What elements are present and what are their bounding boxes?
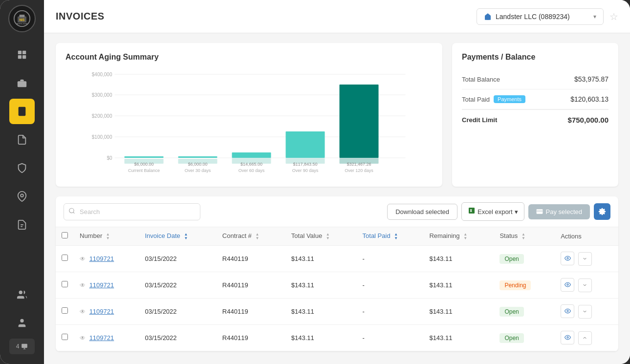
sidebar-bottom: 4 bbox=[9, 282, 35, 354]
nav-item-reports[interactable] bbox=[9, 212, 35, 237]
nav-item-documents[interactable] bbox=[9, 127, 35, 152]
view-action-button[interactable] bbox=[561, 304, 574, 318]
svg-point-52 bbox=[567, 257, 568, 259]
row-status: Open bbox=[494, 245, 555, 272]
svg-point-18 bbox=[20, 319, 23, 322]
invoice-number-link[interactable]: 1109721 bbox=[89, 334, 114, 342]
company-selector[interactable]: Landster LLC (0889234) ▾ bbox=[477, 8, 604, 25]
row-actions bbox=[555, 272, 618, 298]
nav-item-invoices[interactable] bbox=[9, 99, 35, 124]
charts-section: Account Aging Summary $400,000 $300,000 … bbox=[56, 43, 618, 187]
select-all-checkbox[interactable] bbox=[62, 232, 68, 238]
aging-summary-card: Account Aging Summary $400,000 $300,000 … bbox=[56, 43, 442, 187]
row-checkbox[interactable] bbox=[62, 281, 68, 287]
row-checkbox[interactable] bbox=[62, 307, 68, 314]
svg-rect-50 bbox=[536, 209, 543, 214]
bar-90 bbox=[286, 131, 325, 158]
favorite-button[interactable]: ☆ bbox=[609, 11, 618, 22]
col-header-actions: Actions bbox=[555, 227, 618, 246]
view-action-button[interactable] bbox=[561, 278, 574, 292]
row-checkbox[interactable] bbox=[62, 334, 68, 340]
col-header-remaining[interactable]: Remaining ▲▼ bbox=[423, 227, 494, 246]
col-header-invoice-date[interactable]: Invoice Date ▲▼ bbox=[139, 227, 217, 246]
row-checkbox-cell bbox=[56, 245, 74, 272]
row-eye-small: 👁 bbox=[80, 308, 86, 315]
svg-text:NIS: NIS bbox=[20, 18, 25, 21]
row-contract: R440119 bbox=[217, 324, 285, 351]
row-total-value: $143.11 bbox=[285, 272, 357, 298]
excel-chevron: ▾ bbox=[515, 208, 518, 215]
row-contract: R440119 bbox=[217, 272, 285, 298]
row-invoice-date: 03/15/2022 bbox=[139, 298, 217, 324]
settings-button[interactable] bbox=[594, 203, 610, 220]
payments-badge[interactable]: Payments bbox=[494, 95, 525, 103]
app-logo[interactable]: NIS WORK ZONE bbox=[8, 5, 36, 32]
header-right: Landster LLC (0889234) ▾ ☆ bbox=[477, 8, 618, 25]
table-row: 👁 1109721 03/15/2022 R440119 $143.11 - $… bbox=[56, 245, 618, 272]
nav-item-dashboard[interactable] bbox=[9, 42, 35, 67]
svg-text:$321,467.26: $321,467.26 bbox=[347, 162, 371, 167]
row-checkbox-cell bbox=[56, 272, 74, 298]
row-checkbox[interactable] bbox=[62, 255, 68, 261]
download-selected-button[interactable]: Download selected bbox=[387, 204, 457, 220]
view-action-button[interactable] bbox=[561, 331, 574, 344]
svg-rect-8 bbox=[22, 55, 26, 59]
col-header-total-value[interactable]: Total Value ▲▼ bbox=[285, 227, 357, 246]
expand-action-button[interactable] bbox=[578, 331, 592, 345]
nav-item-location[interactable] bbox=[9, 184, 35, 209]
toolbar-actions: Download selected Excel export ▾ Pay sel… bbox=[387, 202, 610, 221]
row-invoice-date: 03/15/2022 bbox=[139, 272, 217, 298]
col-header-number[interactable]: Number ▲▼ bbox=[74, 227, 139, 246]
expand-action-button[interactable] bbox=[578, 278, 592, 292]
row-status: Pending bbox=[494, 272, 555, 298]
payments-title: Payments / Balance bbox=[462, 53, 608, 62]
table-row: 👁 1109721 03/15/2022 R440119 $143.11 - $… bbox=[56, 298, 618, 324]
row-contract: R440119 bbox=[217, 298, 285, 324]
expand-action-button[interactable] bbox=[578, 252, 592, 266]
page-title: INVOICES bbox=[56, 11, 105, 22]
invoice-table: Number ▲▼ Invoice Date ▲▼ Contract # ▲▼ bbox=[56, 227, 618, 351]
row-number: 👁 1109721 bbox=[74, 298, 139, 324]
row-invoice-date: 03/15/2022 bbox=[139, 324, 217, 351]
pay-selected-button[interactable]: Pay selected bbox=[528, 204, 590, 219]
table-toolbar: Download selected Excel export ▾ Pay sel… bbox=[56, 196, 618, 227]
nav-item-people[interactable] bbox=[9, 282, 35, 307]
excel-export-button[interactable]: Excel export ▾ bbox=[461, 202, 524, 221]
search-input[interactable] bbox=[64, 203, 200, 220]
expand-action-button[interactable] bbox=[578, 305, 592, 319]
nav-item-security[interactable] bbox=[9, 155, 35, 181]
pay-label: Pay selected bbox=[546, 208, 582, 215]
row-remaining: $143.11 bbox=[423, 272, 494, 298]
bar-chart-container: $400,000 $300,000 $200,000 $100,000 $0 bbox=[65, 69, 433, 177]
notification-badge[interactable]: 4 bbox=[9, 339, 35, 354]
col-header-contract[interactable]: Contract # ▲▼ bbox=[217, 227, 285, 246]
bar-chart-svg: $400,000 $300,000 $200,000 $100,000 $0 bbox=[65, 69, 433, 177]
status-badge: Open bbox=[500, 307, 523, 317]
col-header-total-paid[interactable]: Total Paid ▲▼ bbox=[357, 227, 424, 246]
nav-item-briefcase[interactable] bbox=[9, 70, 35, 96]
search-wrap bbox=[64, 203, 200, 220]
svg-text:$0: $0 bbox=[107, 155, 112, 161]
invoice-number-link[interactable]: 1109721 bbox=[89, 281, 114, 289]
svg-rect-49 bbox=[469, 208, 475, 214]
row-total-paid: - bbox=[357, 272, 424, 298]
payment-row-credit: Credit Limit $750,000.00 bbox=[462, 109, 608, 130]
svg-rect-19 bbox=[22, 344, 28, 348]
invoice-number-link[interactable]: 1109721 bbox=[89, 308, 114, 315]
table-row: 👁 1109721 03/15/2022 R440119 $143.11 - $… bbox=[56, 272, 618, 298]
payments-card: Payments / Balance Total Balance $53,975… bbox=[452, 43, 618, 187]
row-total-paid: - bbox=[357, 245, 424, 272]
content-area: Account Aging Summary $400,000 $300,000 … bbox=[44, 33, 630, 364]
balance-value: $53,975.87 bbox=[574, 75, 608, 83]
status-badge: Open bbox=[500, 254, 523, 264]
svg-text:$200,000: $200,000 bbox=[92, 113, 112, 119]
nav-item-user[interactable] bbox=[9, 310, 35, 336]
row-remaining: $143.11 bbox=[423, 324, 494, 351]
view-action-button[interactable] bbox=[561, 252, 574, 265]
paid-value: $120,603.13 bbox=[570, 95, 608, 103]
col-header-status[interactable]: Status ▲▼ bbox=[494, 227, 555, 246]
invoice-number-link[interactable]: 1109721 bbox=[89, 255, 114, 262]
svg-rect-6 bbox=[22, 51, 26, 54]
building-icon bbox=[484, 13, 492, 21]
svg-text:Over 60 days: Over 60 days bbox=[239, 168, 265, 173]
